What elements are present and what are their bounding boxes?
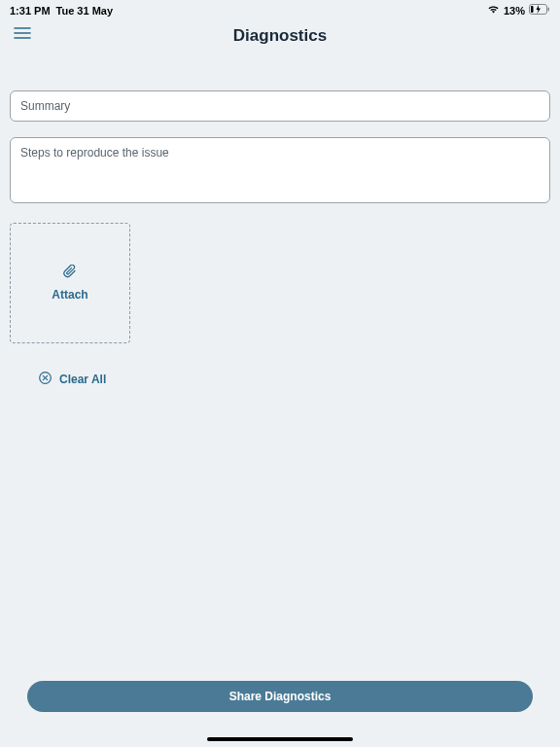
attach-label: Attach [52, 288, 88, 302]
wifi-icon [487, 5, 500, 17]
battery-percent: 13% [504, 5, 525, 17]
clear-all-button[interactable]: Clear All [39, 371, 550, 388]
header: Diagnostics [0, 18, 560, 53]
summary-input[interactable] [10, 90, 550, 122]
svg-rect-2 [548, 8, 550, 12]
page-title: Diagnostics [0, 26, 560, 46]
clear-icon [39, 371, 52, 388]
battery-icon [529, 4, 550, 17]
hamburger-icon [14, 26, 31, 40]
svg-rect-1 [531, 6, 534, 13]
menu-button[interactable] [14, 26, 31, 44]
status-date: Tue 31 May [56, 5, 114, 17]
status-time: 1:31 PM [10, 5, 51, 17]
home-indicator [207, 737, 353, 741]
share-diagnostics-button[interactable]: Share Diagnostics [27, 681, 533, 712]
clear-all-label: Clear All [59, 373, 106, 386]
paperclip-icon [63, 265, 77, 282]
steps-input[interactable] [10, 137, 550, 203]
status-bar: 1:31 PM Tue 31 May 13% [0, 0, 560, 18]
attach-button[interactable]: Attach [10, 223, 130, 343]
